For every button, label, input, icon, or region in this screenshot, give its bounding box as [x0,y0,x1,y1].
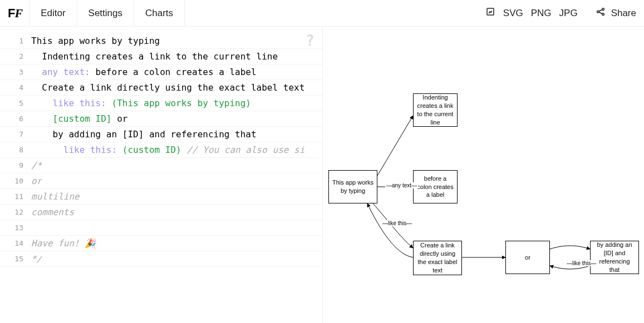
line-number: 14 [0,239,31,247]
node-colon[interactable]: before a colon creates a label [413,170,458,203]
line-number: 5 [0,99,31,107]
code-editor[interactable]: ? 1This app works by typing2 Indenting c… [0,27,323,323]
code-content: like this: (custom ID) // You can also u… [31,145,304,155]
line-number: 7 [0,130,31,138]
code-content: */ [31,254,42,264]
code-line[interactable]: 1This app works by typing [0,33,322,49]
code-line[interactable]: 10or [0,173,322,189]
line-number: 11 [0,192,31,201]
line-number: 6 [0,115,31,123]
main: ? 1This app works by typing2 Indenting c… [0,27,644,323]
logo: FF [8,0,29,26]
line-number: 10 [0,177,31,185]
code-content: Have fun! 🎉 [31,238,96,249]
line-number: 9 [0,161,31,170]
code-content: comments [31,207,74,217]
edge-label: —any text— [385,182,418,188]
tab-settings[interactable]: Settings [77,0,134,26]
export-icon[interactable] [485,7,495,19]
edge-label: —like this— [381,220,413,226]
code-content: any text: before a colon creates a label [31,67,257,77]
node-indent[interactable]: Indenting creates a link to the current … [413,93,458,127]
code-line[interactable]: 15*/ [0,251,322,267]
code-line[interactable]: 12comments [0,205,322,220]
code-content: by adding an [ID] and referencing that [31,129,257,140]
export-group: SVG PNG JPG [485,7,578,19]
code-line[interactable]: 2 Indenting creates a link to the curren… [0,49,322,64]
code-line[interactable]: 3 any text: before a colon creates a lab… [0,64,322,80]
code-content: This app works by typing [31,36,160,46]
code-content: [custom ID] or [31,113,127,124]
node-or[interactable]: or [505,241,550,274]
node-exact[interactable]: Create a link directly using the exact l… [413,241,462,275]
export-svg[interactable]: SVG [503,8,523,19]
share-icon [596,7,606,19]
tab-editor[interactable]: Editor [29,0,77,26]
code-line[interactable]: 7 by adding an [ID] and referencing that [0,127,322,142]
export-jpg[interactable]: JPG [559,8,578,19]
share-group[interactable]: Share [596,7,636,19]
line-number: 12 [0,208,31,216]
node-root[interactable]: This app works by typing [328,170,377,203]
line-number: 2 [0,52,31,61]
code-line[interactable]: 6 [custom ID] or [0,111,322,127]
edge-label: —like this— [566,260,597,266]
line-number: 13 [0,223,31,232]
tabs: EditorSettingsCharts [29,0,185,26]
code-content: Create a link directly using the exact l… [31,82,304,93]
line-number: 3 [0,68,31,76]
code-line[interactable]: 13 [0,220,322,236]
diagram-canvas[interactable]: This app works by typingIndenting create… [323,27,644,323]
line-number: 4 [0,83,31,92]
code-content: multiline [31,191,80,202]
share-label: Share [611,8,636,19]
line-number: 1 [0,37,31,45]
code-content: or [31,176,42,186]
code-line[interactable]: 4 Create a link directly using the exact… [0,80,322,96]
code-line[interactable]: 9/* [0,158,322,173]
help-icon[interactable]: ? [306,32,314,49]
code-line[interactable]: 5 like this: (This app works by typing) [0,96,322,111]
code-line[interactable]: 14Have fun! 🎉 [0,236,322,251]
node-idref[interactable]: by adding an [ID] and referencing that [590,241,639,274]
line-number: 15 [0,255,31,263]
code-line[interactable]: 11multiline [0,189,322,205]
header-right: SVG PNG JPG Share [485,0,636,26]
export-png[interactable]: PNG [531,8,552,19]
code-content: Indenting creates a link to the current … [31,51,278,62]
line-number: 8 [0,146,31,154]
header: FF EditorSettingsCharts SVG PNG JPG Shar… [0,0,644,27]
tab-charts[interactable]: Charts [134,0,185,26]
code-line[interactable]: 8 like this: (custom ID) // You can also… [0,142,322,158]
code-content: /* [31,160,42,171]
code-content: like this: (This app works by typing) [31,98,251,108]
